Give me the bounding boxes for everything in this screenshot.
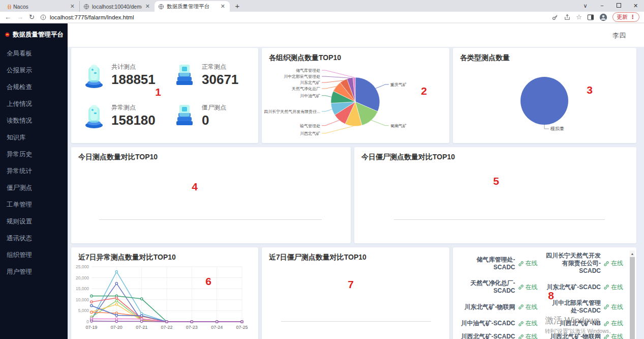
card-scrollbar: ▲	[630, 250, 635, 339]
type-pie-chart: 模拟量	[453, 61, 636, 142]
stat-value: 158180	[111, 112, 156, 128]
hologram-jar-icon	[81, 102, 107, 129]
window-controls: ∨ − ✕	[577, 0, 644, 12]
online-label: 在线	[611, 319, 623, 328]
chrome-update-button[interactable]: 更新 ⋮	[612, 12, 639, 22]
key-icon[interactable]	[551, 14, 559, 21]
annotation-number: 5	[493, 175, 499, 187]
sidebar-item[interactable]: 规则设置	[0, 213, 68, 230]
link-icon	[603, 261, 609, 267]
svg-text:20,000: 20,000	[76, 275, 89, 280]
online-status: 在线	[603, 303, 623, 312]
chevron-down-icon[interactable]: ∨	[577, 0, 594, 12]
stat-item: 共计测点188851	[74, 55, 165, 96]
online-label: 在线	[611, 283, 623, 292]
svg-text:模拟量: 模拟量	[550, 126, 564, 131]
sidebar-item[interactable]: 异常统计	[0, 163, 68, 180]
close-window-button[interactable]: ✕	[627, 0, 644, 12]
sidebar-item[interactable]: 知识库	[0, 129, 68, 146]
sidebar-item[interactable]: 异常历史	[0, 146, 68, 163]
sidebar-item[interactable]: 上传情况	[0, 96, 68, 112]
org-name: 川西北气矿-物联网	[550, 333, 601, 339]
org-name: 天然气净化总厂-SCADC	[460, 279, 515, 295]
online-label: 在线	[611, 259, 623, 268]
tab-close-icon[interactable]: ✕	[220, 3, 226, 10]
online-label: 在线	[526, 283, 538, 292]
profile-avatar-icon[interactable]	[599, 13, 607, 21]
browser-tab[interactable]: 数据质量管理平台✕	[155, 1, 230, 12]
org-name: 川东北气矿-SCADC	[546, 284, 601, 291]
org-name: 储气库管理处-SCADC	[460, 256, 515, 271]
maximize-button[interactable]	[610, 0, 627, 12]
annotation-number: 2	[421, 85, 427, 97]
online-status: 在线	[603, 259, 623, 268]
svg-text:川中油气矿: 川中油气矿	[300, 94, 320, 98]
address-bar[interactable]: localhost:7775/falarm/Index.html	[40, 14, 546, 20]
side-panel-icon[interactable]	[587, 14, 594, 21]
svg-text:10,000: 10,000	[76, 297, 89, 302]
empty-chart-axis	[99, 219, 322, 220]
link-icon	[603, 284, 609, 290]
top-header: 李四	[68, 23, 644, 47]
browser-tab[interactable]: (-)Nacos✕	[4, 1, 79, 12]
user-name[interactable]: 李四	[612, 31, 626, 40]
sidebar-item[interactable]: 通讯状态	[0, 230, 68, 247]
svg-text:川西北气矿: 川西北气矿	[300, 131, 320, 136]
svg-text:07-20: 07-20	[111, 325, 122, 330]
online-status: 在线	[518, 319, 538, 328]
sidebar-item[interactable]: 僵尸测点	[0, 180, 68, 196]
org-name: 川中油气矿-SCADC	[461, 320, 515, 327]
link-icon	[518, 321, 524, 327]
browser-tab[interactable]: localhost:10040/demo/psjdbc✕	[79, 1, 155, 12]
stat-value: 0	[202, 112, 226, 128]
svg-text:天然气净化总厂: 天然气净化总厂	[292, 87, 320, 91]
comm-status-item: 四川长宁天然气开发有限责任公司-SCADC在线	[542, 249, 628, 277]
comm-status-item: 川东北气矿-SCADC在线	[542, 277, 628, 297]
refresh-button[interactable]: ↻	[29, 14, 35, 20]
new-tab-button[interactable]: +	[232, 1, 243, 11]
link-icon	[603, 304, 609, 310]
minimize-button[interactable]: −	[594, 0, 610, 12]
sidebar-item[interactable]: 读数情况	[0, 112, 68, 129]
back-button[interactable]: ←	[5, 14, 11, 20]
comm-status-item: 川西北气矿-物联网在线	[542, 330, 628, 339]
comm-status-item: 川中北部采气管理处-SCADC在线	[542, 297, 628, 317]
tab-close-icon[interactable]: ✕	[144, 3, 151, 10]
svg-text:07-25: 07-25	[236, 325, 248, 330]
scrollbar-thumb[interactable]	[630, 257, 635, 339]
share-icon[interactable]	[564, 14, 571, 21]
hologram-jar-icon	[81, 62, 107, 89]
sidebar-item[interactable]: 公报展示	[0, 62, 68, 79]
tab-close-icon[interactable]: ✕	[69, 3, 76, 10]
stat-label: 共计测点	[111, 63, 156, 71]
comm-status-item: 川中油气矿-SCADC在线	[456, 317, 542, 330]
stat-value: 188851	[111, 72, 156, 88]
today-points-card: 今日测点数量对比TOP10	[71, 147, 351, 243]
petrochina-logo-icon	[5, 30, 10, 39]
tab-title: 数据质量管理平台	[167, 3, 217, 10]
tab-title: localhost:10040/demo/psjdbc	[92, 4, 142, 10]
scroll-up-arrow[interactable]: ▲	[630, 250, 635, 257]
online-status: 在线	[603, 332, 623, 339]
sidebar-item[interactable]: 全局看板	[0, 45, 68, 62]
forward-button[interactable]: →	[17, 14, 23, 20]
week-abnormal-card: 近7日异常测点数量对比TOP10 05,00010,00015,00020,00…	[71, 247, 258, 339]
online-label: 在线	[611, 332, 623, 339]
sidebar-item[interactable]: 合规检查	[0, 79, 68, 96]
sidebar-item[interactable]: 用户管理	[0, 264, 68, 280]
comm-status-item: 川东北气矿-物联网在线	[456, 297, 542, 317]
svg-text:07-23: 07-23	[186, 325, 198, 330]
annotation-number: 6	[205, 275, 211, 288]
card-title: 今日僵尸测点数量对比TOP10	[354, 147, 636, 162]
sidebar-item[interactable]: 组织管理	[0, 247, 68, 264]
app-logo: 数据质量管理平台	[0, 23, 68, 45]
online-label: 在线	[526, 319, 538, 328]
comm-status-item: 储气库管理处-SCADC在线	[456, 249, 542, 277]
org-pie-chart: 重庆气矿蜀南气矿川西北气矿输气管理处四川长宁天然气开发有限责任...川中油气矿天…	[262, 61, 449, 142]
sidebar-item[interactable]: 工单管理	[0, 196, 68, 213]
bookmark-star-icon[interactable]: ☆	[576, 13, 582, 21]
annotation-number: 7	[348, 278, 354, 291]
online-label: 在线	[526, 259, 538, 268]
hologram-stack-icon	[172, 102, 197, 129]
online-status: 在线	[518, 259, 538, 268]
